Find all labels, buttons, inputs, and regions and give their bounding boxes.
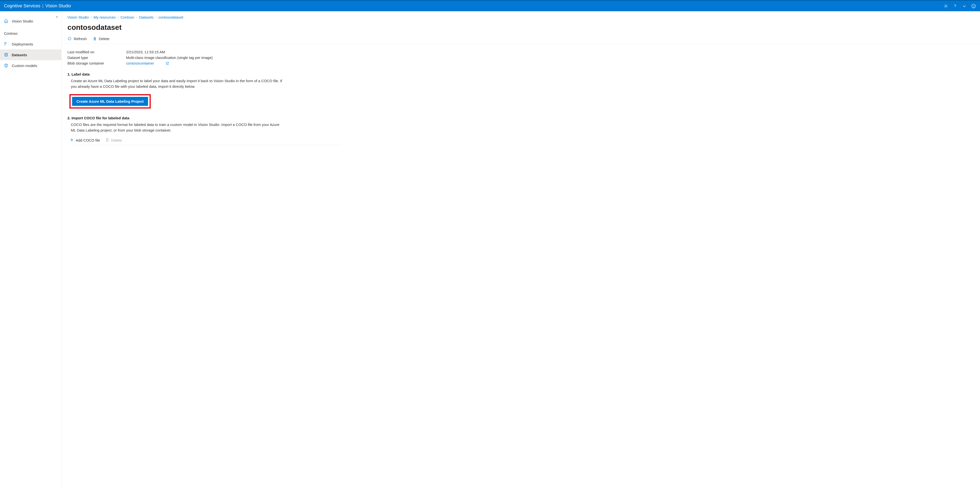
dataset-type-label: Dataset type: [67, 56, 126, 60]
sidebar-resource[interactable]: Contoso: [0, 28, 61, 38]
sidebar-item-label: Custom models: [12, 64, 37, 68]
create-labeling-project-button[interactable]: Create Azure ML Data Labeling Project: [72, 97, 148, 106]
delete-label: Delete: [99, 37, 110, 41]
refresh-button[interactable]: Refresh: [67, 37, 87, 41]
product-name: Cognitive Services: [4, 3, 40, 8]
top-bar: Cognitive Services | Vision Studio: [0, 0, 980, 11]
top-bar-actions: [943, 4, 976, 8]
sidebar-item-deployments[interactable]: Deployments: [0, 38, 61, 49]
chevron-right-icon: ›: [155, 16, 156, 19]
plus-icon: [70, 138, 74, 142]
breadcrumb-link[interactable]: My resources: [94, 15, 116, 19]
refresh-label: Refresh: [74, 37, 87, 41]
add-coco-label: Add COCO file: [76, 138, 100, 142]
app-name: Vision Studio: [45, 3, 71, 8]
sidebar-item-label: Deployments: [12, 42, 33, 46]
top-bar-title: Cognitive Services | Vision Studio: [4, 3, 71, 8]
home-icon: [4, 19, 8, 23]
svg-point-0: [945, 5, 947, 6]
chevron-down-icon[interactable]: [962, 4, 967, 8]
refresh-icon: [67, 37, 72, 41]
breadcrumb: Vision Studio › My resources › Contoso ›…: [62, 11, 980, 21]
last-modified-value: 2/21/2023, 11:53:15 AM: [126, 50, 974, 54]
settings-icon[interactable]: [943, 4, 948, 8]
highlight-annotation: Create Azure ML Data Labeling Project: [69, 94, 151, 109]
sidebar-item-datasets[interactable]: Datasets: [0, 49, 61, 60]
label-data-heading: 1. Label data: [67, 72, 974, 76]
blob-value: contosocontainer: [126, 61, 154, 65]
sidebar-home-label: Vision Studio: [12, 19, 33, 23]
svg-point-3: [974, 5, 975, 6]
blob-container-link[interactable]: contosocontainer: [126, 61, 974, 65]
dataset-type-value: Multi-class image classification (single…: [126, 56, 974, 60]
svg-point-1: [972, 4, 975, 8]
last-modified-label: Last modified on: [67, 50, 126, 54]
breadcrumb-link[interactable]: Vision Studio: [67, 15, 89, 19]
add-coco-file-button[interactable]: Add COCO file: [70, 138, 100, 142]
sidebar-resource-label: Contoso: [4, 31, 18, 35]
deployments-icon: [4, 42, 8, 46]
breadcrumb-link[interactable]: Contoso: [121, 15, 134, 19]
svg-point-6: [5, 53, 8, 54]
collapse-sidebar-icon[interactable]: «: [56, 15, 58, 19]
sidebar: « Vision Studio Contoso Deployments Data…: [0, 11, 62, 490]
coco-toolbar: Add COCO file Delete: [70, 138, 974, 142]
feedback-icon[interactable]: [971, 4, 976, 8]
chevron-right-icon: ›: [136, 16, 137, 19]
label-data-text: Create an Azure ML Data Labeling project…: [71, 78, 283, 89]
help-icon[interactable]: [953, 4, 958, 8]
main-content: Vision Studio › My resources › Contoso ›…: [62, 11, 980, 490]
svg-rect-5: [6, 43, 6, 43]
delete-button[interactable]: Delete: [92, 37, 110, 41]
custom-models-icon: [4, 63, 8, 68]
page-toolbar: Refresh Delete: [62, 37, 980, 44]
title-separator: |: [42, 3, 43, 8]
external-link-icon: [165, 62, 169, 65]
import-coco-text: COCO files are the required format for l…: [71, 122, 283, 133]
blob-label: Blob storage container: [67, 61, 126, 65]
sidebar-item-custom-models[interactable]: Custom models: [0, 60, 61, 71]
import-coco-heading: 2. Import COCO file for labeled data: [67, 116, 974, 120]
chevron-right-icon: ›: [91, 16, 92, 19]
details-grid: Last modified on 2/21/2023, 11:53:15 AM …: [67, 50, 974, 65]
svg-rect-4: [5, 43, 5, 43]
breadcrumb-link[interactable]: Datasets: [139, 15, 153, 19]
svg-point-2: [973, 5, 973, 6]
breadcrumb-current: contosodataset: [158, 15, 183, 19]
chevron-right-icon: ›: [118, 16, 118, 19]
delete-icon: [92, 37, 97, 41]
sidebar-home[interactable]: Vision Studio: [0, 16, 61, 26]
sidebar-item-label: Datasets: [12, 53, 27, 57]
datasets-icon: [4, 53, 8, 57]
page-title: contosodataset: [62, 21, 980, 37]
delete-icon: [105, 138, 109, 142]
delete-coco-label: Delete: [111, 138, 122, 142]
delete-coco-button: Delete: [105, 138, 122, 142]
